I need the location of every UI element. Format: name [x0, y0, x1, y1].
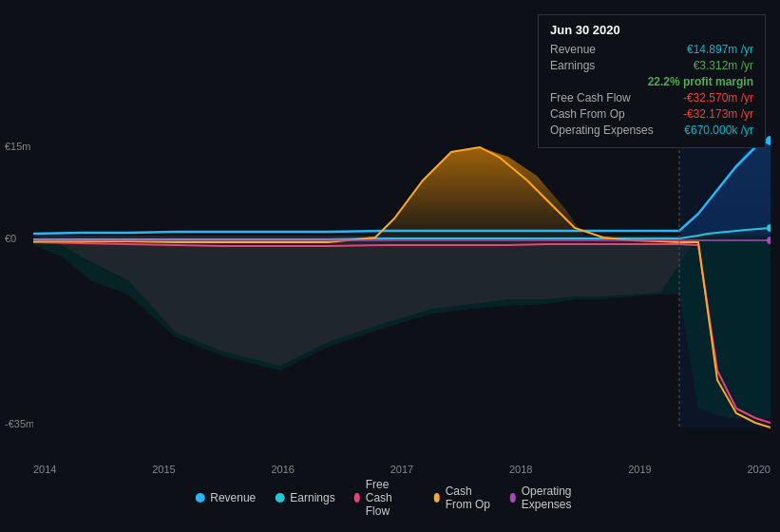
legend-label-fcf: Free Cash Flow: [366, 478, 415, 518]
tooltip-fcf-label: Free Cash Flow: [550, 91, 631, 104]
legend-item-cfo[interactable]: Cash From Op: [434, 484, 491, 511]
legend-dot-earnings: [275, 493, 284, 503]
x-label-2019: 2019: [628, 464, 651, 475]
tooltip-revenue-row: Revenue €14.897m /yr: [550, 43, 753, 56]
legend-label-revenue: Revenue: [210, 491, 256, 504]
legend-item-earnings[interactable]: Earnings: [275, 491, 334, 504]
legend-label-cfo: Cash From Op: [446, 484, 491, 511]
tooltip-opex-value: €670.000k /yr: [684, 124, 753, 137]
x-label-2014: 2014: [33, 464, 56, 475]
x-label-2015: 2015: [152, 464, 175, 475]
tooltip-cfo-row: Cash From Op -€32.173m /yr: [550, 107, 753, 121]
legend-dot-opex: [510, 493, 516, 503]
tooltip-box: Jun 30 2020 Revenue €14.897m /yr Earning…: [538, 14, 766, 148]
legend-dot-revenue: [195, 493, 204, 503]
y-label-top: €15m: [5, 141, 31, 152]
tooltip-date: Jun 30 2020: [550, 23, 753, 37]
tooltip-opex-row: Operating Expenses €670.000k /yr: [550, 124, 753, 137]
tooltip-fcf-row: Free Cash Flow -€32.570m /yr: [550, 91, 753, 104]
x-label-2016: 2016: [272, 464, 295, 475]
tooltip-earnings-value: €3.312m /yr: [694, 59, 753, 72]
chart-container: Jun 30 2020 Revenue €14.897m /yr Earning…: [0, 0, 780, 532]
tooltip-cfo-value: -€32.173m /yr: [683, 107, 753, 121]
tooltip-fcf-value: -€32.570m /yr: [683, 91, 753, 104]
legend-label-opex: Operating Expenses: [522, 484, 585, 511]
y-label-bottom: -€35m: [5, 418, 34, 429]
tooltip-opex-label: Operating Expenses: [550, 124, 654, 137]
tooltip-earnings-label: Earnings: [550, 59, 595, 72]
x-label-2020: 2020: [748, 464, 770, 475]
x-axis-labels: 2014 2015 2016 2017 2018 2019 2020: [33, 464, 770, 475]
y-label-middle: €0: [5, 233, 16, 244]
tooltip-earnings-row: Earnings €3.312m /yr: [550, 59, 753, 72]
tooltip-revenue-label: Revenue: [550, 43, 596, 56]
legend-dot-cfo: [434, 493, 440, 503]
legend-item-fcf[interactable]: Free Cash Flow: [354, 478, 415, 518]
x-label-2018: 2018: [509, 464, 532, 475]
chart-legend: Revenue Earnings Free Cash Flow Cash Fro…: [195, 478, 585, 518]
legend-item-opex[interactable]: Operating Expenses: [510, 484, 585, 511]
tooltip-profit-margin: 22.2% profit margin: [550, 75, 753, 88]
legend-item-revenue[interactable]: Revenue: [195, 491, 256, 504]
legend-label-earnings: Earnings: [290, 491, 334, 504]
tooltip-cfo-label: Cash From Op: [550, 107, 625, 121]
tooltip-revenue-value: €14.897m /yr: [687, 43, 753, 56]
x-label-2017: 2017: [390, 464, 413, 475]
legend-dot-fcf: [354, 493, 360, 503]
